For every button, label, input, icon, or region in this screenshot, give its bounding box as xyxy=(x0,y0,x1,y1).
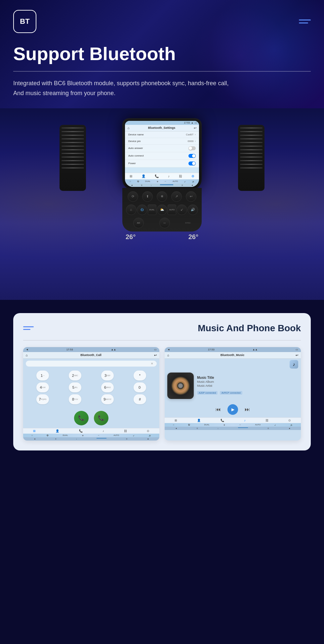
back-arrow[interactable]: ◄ xyxy=(26,348,28,351)
music-back-arrow[interactable]: ◄ xyxy=(167,348,170,351)
music-grid-icon[interactable]: ⊞ xyxy=(175,419,177,422)
dial-key-3[interactable]: 3DEF xyxy=(101,371,114,380)
dual-label[interactable]: DUAL xyxy=(148,204,156,215)
music-back-icon[interactable]: ↩ xyxy=(296,353,298,357)
center-console: 17:53 ▲ ▭ ⌂ Bluetooth_Settings ↩ xyxy=(112,118,212,242)
ctrl-btn-5[interactable]: ↩ xyxy=(186,191,196,202)
music-note-nav-icon[interactable]: ♪ xyxy=(244,419,246,422)
home-ctrl[interactable]: ⌂ xyxy=(130,180,131,182)
vol-ctrl[interactable]: 🔊 xyxy=(192,180,194,183)
call-settings-icon[interactable]: ⊙ xyxy=(147,429,149,433)
description-text: Integrated with BC6 Bluetooth module, su… xyxy=(13,78,311,98)
ctrl-btn-8[interactable]: 🔊 xyxy=(187,204,198,215)
auto-answer-toggle[interactable] xyxy=(188,146,196,150)
fan-ctrl[interactable]: ❄ xyxy=(157,180,158,183)
dial-key-8[interactable]: 8TUV xyxy=(69,394,81,404)
call-button[interactable]: 📞 xyxy=(74,411,89,425)
ctrl-btn-1[interactable]: ⟳ xyxy=(128,191,138,202)
dial-key-5[interactable]: 5JKL xyxy=(69,382,81,392)
ctrl-btn-fan[interactable]: ⛅ xyxy=(157,204,167,215)
album-vinyl xyxy=(167,373,194,399)
dial-key-7[interactable]: 7PQRS xyxy=(36,394,49,404)
call-climate-bar: ⌂ ⏻ DUAL ❄ ↔ AUTO ↙ 🔊 xyxy=(23,434,159,437)
sync-btn[interactable]: SYNC xyxy=(185,222,191,224)
music-screen: ◄ 17:53 ▲▲ ▭ ⌂ Bluetooth_Music ↩ ♪ xyxy=(165,347,301,441)
dial-key-6[interactable]: 6MNO xyxy=(101,382,114,392)
search-clear-icon[interactable]: ✕ xyxy=(151,362,153,365)
left-vent xyxy=(60,125,86,191)
auto-connect-row[interactable]: Auto connect xyxy=(125,152,199,160)
next-button[interactable]: ⏭ xyxy=(245,407,250,412)
ctrl-btn-6[interactable]: ⌂ xyxy=(126,204,137,215)
battery-icon: ▭ xyxy=(195,122,197,124)
car-dashboard: 17:53 ▲ ▭ ⌂ Bluetooth_Settings ↩ xyxy=(0,108,324,300)
ctrl-btn-auto[interactable]: AUTO xyxy=(168,204,177,215)
music-icon[interactable]: ♪ xyxy=(168,174,170,178)
dial-key-9[interactable]: 9WXYZ xyxy=(101,394,114,404)
music-info: Music Title Music Album Music Artist A2D… xyxy=(197,376,298,395)
album-art xyxy=(167,373,194,399)
menu-icon[interactable] xyxy=(299,19,311,23)
settings-icon[interactable]: ⚙ xyxy=(191,174,194,178)
dial-key-hash[interactable]: # xyxy=(134,394,146,404)
prev-button[interactable]: ⏮ xyxy=(216,407,221,412)
ctrl-btn-9[interactable]: ↔ xyxy=(159,218,170,228)
call-grid-icon[interactable]: ⊞ xyxy=(33,429,36,433)
ac-ctrl[interactable]: ↔ xyxy=(164,180,166,182)
music-note-icon[interactable]: ♪ xyxy=(290,360,298,369)
link-icon[interactable]: ⛓ xyxy=(179,174,182,178)
back-icon[interactable]: ↩ xyxy=(194,126,196,130)
auto-answer-row[interactable]: Auto answer xyxy=(125,145,199,152)
user-icon[interactable]: 👤 xyxy=(142,174,145,178)
menu-line-top xyxy=(299,19,311,20)
dial-key-0[interactable]: 0- xyxy=(134,382,146,392)
device-pin-row[interactable]: Device pin 0000 › xyxy=(125,138,199,145)
dial-key-4[interactable]: 4GHI xyxy=(36,382,49,392)
ctrl-btn-power[interactable]: ⏻ xyxy=(137,204,147,215)
header-section: BT Support Bluetooth Integrated with BC6… xyxy=(0,0,324,108)
call-link-icon[interactable]: ⛓ xyxy=(124,429,127,433)
bt-logo: BT xyxy=(13,10,36,33)
call-music-icon[interactable]: ♪ xyxy=(102,429,104,433)
phone-icon[interactable]: 📞 xyxy=(155,174,159,178)
music-link-icon[interactable]: ⛓ xyxy=(265,419,268,422)
music-climate-controls-2: ◄ 0 ↓ 0 ◄ xyxy=(165,427,301,430)
auto-connect-toggle[interactable] xyxy=(188,154,196,158)
arrow-ctrl[interactable]: ↙ xyxy=(184,180,186,183)
music-artist: Music Artist xyxy=(197,384,298,387)
power-ctrl[interactable]: ⏻ xyxy=(137,180,139,182)
ctrl-btn-2[interactable]: ⬆ xyxy=(142,191,153,202)
ctrl-btn-4[interactable]: ↗ xyxy=(171,191,182,202)
dial-key-1[interactable]: 1— xyxy=(36,371,49,380)
call-user-icon[interactable]: 👤 xyxy=(56,429,59,433)
device-name-row[interactable]: Device name CarBT › xyxy=(125,131,199,138)
play-button[interactable]: ▶ xyxy=(227,404,238,415)
a2dp-badge: A2DP connected xyxy=(197,391,218,395)
dial-search-bar[interactable]: ✕ xyxy=(26,361,157,367)
ctrl-ac[interactable]: A/C xyxy=(133,218,144,228)
power-row[interactable]: Power xyxy=(125,160,199,167)
music-settings-icon[interactable]: ⊙ xyxy=(288,419,291,422)
status-time: 17:53 xyxy=(184,122,190,124)
bottom-section: Music And Phone Book ◄ 17:53 ▲▲ ▭ ⌂ Blue… xyxy=(13,313,311,450)
music-phone-icon[interactable]: 📞 xyxy=(221,419,224,422)
music-user-icon[interactable]: 👤 xyxy=(197,419,201,422)
call-phone-icon[interactable]: 📞 xyxy=(79,429,83,433)
music-bottom-nav: ⊞ 👤 📞 ♪ ⛓ ⊙ xyxy=(165,417,301,423)
dial-key-2[interactable]: 2ABC xyxy=(69,371,81,380)
music-nav-bar: ⌂ Bluetooth_Music ↩ xyxy=(165,352,301,359)
bottom-wrapper: Music And Phone Book ◄ 17:53 ▲▲ ▭ ⌂ Blue… xyxy=(0,300,324,464)
call-battery: ▭ xyxy=(154,348,157,351)
call-time: 17:53 xyxy=(66,348,73,351)
page-title: Support Bluetooth xyxy=(13,43,311,64)
ctrl-btn-7[interactable]: ↙ xyxy=(177,204,187,215)
ctrl-btn-3[interactable]: ❄ xyxy=(157,191,167,202)
dial-key-star[interactable]: * xyxy=(134,371,146,380)
music-status-bar: ◄ 17:53 ▲▲ ▭ xyxy=(165,347,301,352)
auto-ctrl: AUTO xyxy=(173,180,178,182)
call-back-icon[interactable]: ↩ xyxy=(154,353,157,357)
power-toggle[interactable] xyxy=(188,161,196,165)
hangup-button[interactable]: 📞 xyxy=(94,411,108,425)
bottom-menu-icon[interactable] xyxy=(23,326,34,330)
grid-icon[interactable]: ⊞ xyxy=(130,174,132,178)
